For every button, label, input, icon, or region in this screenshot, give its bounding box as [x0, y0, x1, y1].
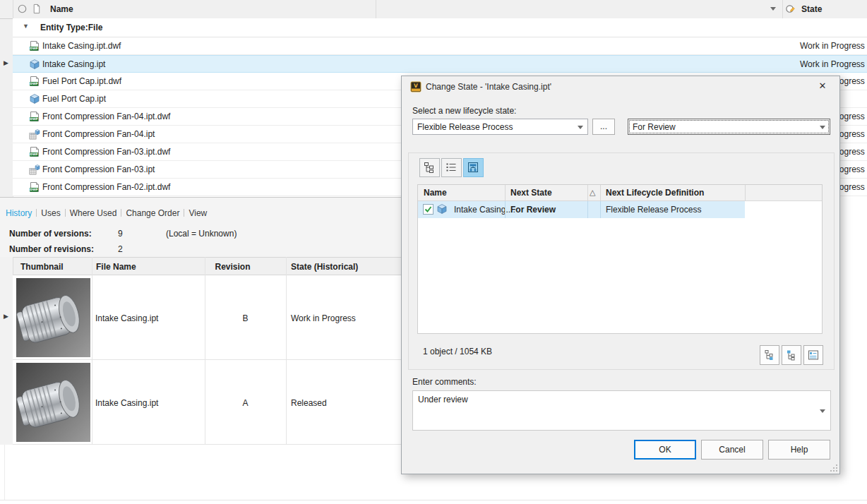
- assign-children-button[interactable]: [760, 345, 779, 365]
- details-icon: [808, 349, 819, 361]
- combobox-value: Flexible Release Process: [417, 122, 513, 132]
- lifecycle-definition-combobox[interactable]: Flexible Release Process: [412, 119, 588, 135]
- column-header-state-historical[interactable]: State (Historical): [291, 262, 358, 272]
- tab-where-used[interactable]: Where Used: [70, 208, 117, 218]
- ipart-file-icon: [29, 164, 40, 175]
- tree-view-button[interactable]: [419, 158, 440, 177]
- tab-view[interactable]: View: [189, 208, 207, 218]
- group-label: Entity Type:File: [40, 23, 102, 32]
- header-separator: [13, 0, 13, 18]
- file-name: Front Compression Fan-02.ipt.dwf: [42, 182, 170, 192]
- revisions-label: Number of revisions:: [9, 244, 94, 254]
- tree-view-icon: [424, 162, 435, 173]
- tab-divider: [65, 209, 66, 217]
- dialog-titlebar[interactable]: Change State - 'Intake Casing.ipt' ✕: [402, 76, 839, 97]
- file-row-selected[interactable]: Intake Casing.ipt Work in Progress: [13, 55, 867, 73]
- file-name: Front Compression Fan-03.ipt.dwf: [42, 147, 170, 157]
- chevron-down-icon[interactable]: [820, 126, 825, 129]
- column-divider: [600, 201, 601, 218]
- vault-app-icon: [410, 81, 421, 92]
- dwf-file-icon: [29, 111, 40, 122]
- column-header-thumbnail[interactable]: Thumbnail: [20, 262, 64, 272]
- dwf-file-icon: [29, 146, 40, 157]
- column-divider: [587, 185, 588, 201]
- column-divider: [587, 201, 588, 218]
- column-divider: [286, 257, 287, 445]
- column-header-next-lifecycle[interactable]: Next Lifecycle Definition: [606, 188, 704, 198]
- tab-change-order[interactable]: Change Order: [126, 208, 179, 218]
- versions-label: Number of versions:: [9, 229, 92, 239]
- assign-all-button[interactable]: [782, 345, 801, 365]
- close-icon[interactable]: ✕: [815, 80, 830, 93]
- tab-history[interactable]: History: [6, 208, 32, 218]
- ipart-file-icon: [29, 128, 40, 140]
- chevron-down-icon[interactable]: [820, 409, 825, 413]
- details-button[interactable]: [803, 345, 823, 365]
- document-icon: [31, 4, 42, 14]
- revisions-value: 2: [118, 244, 123, 254]
- column-header-file-name[interactable]: File Name: [96, 262, 136, 272]
- lifecycle-state-icon: [785, 4, 796, 14]
- checked-checkbox[interactable]: [423, 204, 434, 215]
- row-next-state: For Review: [510, 205, 556, 215]
- current-row-marker-icon: ▶: [4, 313, 8, 320]
- ipt-file-icon: [29, 59, 40, 70]
- row-selector-gutter: [0, 0, 13, 197]
- column-header-next-state[interactable]: Next State: [510, 188, 552, 198]
- row-file-name: Intake Casing....: [454, 205, 515, 215]
- tab-divider: [184, 209, 184, 217]
- column-header-state[interactable]: State: [801, 4, 822, 14]
- resize-grip[interactable]: [829, 463, 837, 472]
- part-thumbnail: [16, 278, 90, 357]
- column-header-name[interactable]: Name: [50, 4, 73, 14]
- file-name: Front Compression Fan-04.ipt: [42, 129, 155, 139]
- help-button[interactable]: Help: [768, 440, 830, 460]
- column-header-name[interactable]: Name: [424, 188, 447, 198]
- detail-panel: HistoryUsesWhere UsedChange OrderView Nu…: [0, 197, 401, 257]
- cancel-button[interactable]: Cancel: [701, 440, 763, 460]
- column-divider: [600, 185, 601, 201]
- grouped-view-button[interactable]: [463, 158, 484, 177]
- state-change-table: Name Next State △ Next Lifecycle Definit…: [417, 184, 823, 334]
- history-file-name: Intake Casing.ipt: [95, 313, 158, 323]
- browse-button[interactable]: ...: [592, 119, 615, 135]
- dialog-title: Change State - 'Intake Casing.ipt': [426, 82, 551, 92]
- column-divider: [505, 185, 506, 201]
- history-row[interactable]: Intake Casing.ipt B Work in Progress: [13, 275, 401, 360]
- collapse-triangle-icon[interactable]: ▼: [23, 23, 29, 30]
- file-row[interactable]: Intake Casing.ipt.dwf Work in Progress: [13, 37, 867, 55]
- column-divider: [745, 185, 746, 201]
- new-state-combobox[interactable]: For Review: [628, 119, 830, 135]
- file-name: Intake Casing.ipt: [42, 59, 105, 69]
- state-change-row[interactable]: Intake Casing.... For Review Flexible Re…: [418, 201, 745, 218]
- tab-divider: [36, 209, 37, 217]
- chevron-down-icon[interactable]: [578, 126, 583, 129]
- history-state: Released: [291, 398, 327, 408]
- tab-uses[interactable]: Uses: [41, 208, 60, 218]
- grouped-view-icon: [467, 162, 479, 173]
- list-view-button[interactable]: [441, 158, 462, 177]
- header-separator: [376, 0, 376, 18]
- warning-column-icon[interactable]: △: [590, 188, 595, 197]
- file-name: Fuel Port Cap.ipt: [42, 94, 106, 104]
- row-next-lifecycle: Flexible Release Process: [606, 205, 701, 215]
- file-grid-header: Name State: [0, 0, 867, 19]
- history-row[interactable]: Intake Casing.ipt A Released: [13, 360, 401, 445]
- vault-window: Name State ▼ Entity Type:File Intake Cas…: [0, 0, 867, 504]
- column-divider: [505, 201, 506, 218]
- window-edge: [0, 500, 867, 500]
- file-name: Front Compression Fan-04.ipt.dwf: [42, 112, 170, 121]
- file-state: Work in Progress: [800, 59, 865, 69]
- group-row-entity-type[interactable]: ▼ Entity Type:File: [13, 18, 867, 37]
- file-name: Fuel Port Cap.ipt.dwf: [42, 76, 121, 86]
- history-revision: A: [205, 398, 286, 408]
- ok-button[interactable]: OK: [634, 440, 696, 460]
- change-state-dialog: Change State - 'Intake Casing.ipt' ✕ Sel…: [401, 76, 840, 474]
- record-circle-icon: [17, 4, 28, 14]
- column-divider: [205, 257, 205, 445]
- combobox-value: For Review: [633, 122, 676, 132]
- filter-chevron-icon[interactable]: [770, 7, 776, 11]
- comments-input[interactable]: Under review: [412, 390, 831, 431]
- column-divider: [92, 257, 92, 445]
- dwf-file-icon: [29, 181, 40, 193]
